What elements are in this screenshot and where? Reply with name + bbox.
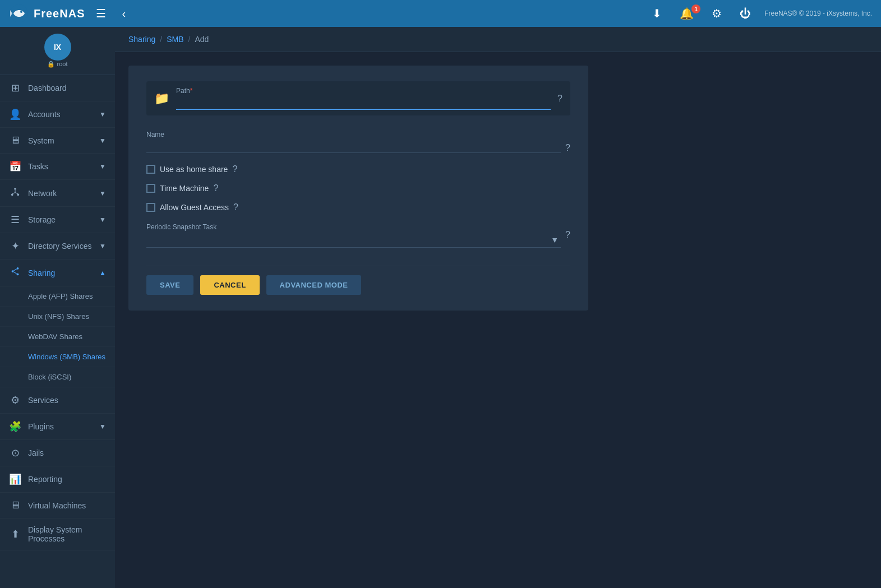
snapshot-help-icon[interactable]: ? — [565, 230, 570, 240]
name-field-wrap: Name — [146, 129, 561, 153]
sidebar-item-jails[interactable]: ⊙ Jails — [0, 440, 115, 466]
sidebar-item-sharing[interactable]: Sharing ▲ — [0, 260, 115, 286]
vm-icon: 🖥 — [9, 499, 21, 511]
logo-area: FreeNAS — [9, 3, 85, 24]
notification-bell[interactable]: 🔔 1 — [675, 7, 698, 20]
sidebar-item-directory-services[interactable]: ✦ Directory Services ▼ — [0, 233, 115, 260]
menu-icon[interactable]: ☰ — [91, 4, 110, 22]
sidebar-sub-item-webdav[interactable]: WebDAV Shares — [0, 327, 115, 347]
chevron-down-icon: ▼ — [99, 137, 106, 145]
advanced-mode-button[interactable]: ADVANCED MODE — [266, 275, 362, 295]
time-machine-row: Time Machine ? — [146, 183, 570, 193]
periodic-snapshot-row: Periodic Snapshot Task ▼ ? — [146, 221, 570, 248]
download-icon[interactable]: ⬇ — [648, 4, 666, 22]
svg-line-6 — [12, 193, 15, 194]
svg-point-3 — [11, 193, 13, 196]
chevron-down-icon: ▼ — [99, 216, 106, 224]
sidebar-user-area: IX 🔒 root — [0, 27, 115, 75]
sidebar-item-label: Storage — [28, 215, 93, 224]
sidebar-item-label: Tasks — [28, 162, 93, 171]
sidebar-item-label: Display System Processes — [28, 525, 106, 543]
sidebar-item-label: Accounts — [28, 110, 93, 119]
sidebar-sub-item-apple-afp[interactable]: Apple (AFP) Shares — [0, 286, 115, 307]
sidebar-item-storage[interactable]: ☰ Storage ▼ — [0, 207, 115, 233]
path-label: Path* — [176, 87, 551, 95]
sidebar-item-tasks[interactable]: 📅 Tasks ▼ — [0, 154, 115, 180]
sidebar-sub-label: Windows (SMB) Shares — [28, 353, 105, 361]
sidebar: IX 🔒 root ⊞ Dashboard 👤 Accounts ▼ 🖥 Sys… — [0, 27, 115, 588]
use-as-home-share-help-icon[interactable]: ? — [232, 164, 237, 174]
allow-guest-access-checkbox[interactable] — [146, 203, 155, 212]
path-row: 📁 Path* ? — [146, 81, 570, 115]
breadcrumb-add: Add — [195, 35, 209, 44]
system-icon: 🖥 — [9, 135, 21, 146]
plugins-icon: 🧩 — [9, 420, 21, 433]
svg-line-12 — [13, 272, 16, 274]
sidebar-item-system[interactable]: 🖥 System ▼ — [0, 128, 115, 154]
sidebar-item-label: Jails — [28, 448, 106, 457]
time-machine-help-icon[interactable]: ? — [213, 183, 218, 193]
dashboard-icon: ⊞ — [9, 82, 21, 94]
sidebar-item-display-system-processes[interactable]: ⬆ Display System Processes — [0, 518, 115, 550]
sidebar-item-plugins[interactable]: 🧩 Plugins ▼ — [0, 414, 115, 440]
notification-count: 1 — [691, 4, 700, 13]
sidebar-item-network[interactable]: Network ▼ — [0, 180, 115, 207]
path-field-wrap: Path* — [176, 87, 551, 110]
folder-icon: 📁 — [154, 91, 169, 106]
snapshot-select-wrap: ▼ — [146, 232, 561, 248]
allow-guest-access-help-icon[interactable]: ? — [233, 202, 238, 212]
svg-line-7 — [15, 193, 18, 194]
settings-icon[interactable]: ⚙ — [707, 4, 726, 22]
services-icon: ⚙ — [9, 394, 21, 406]
use-as-home-share-checkbox[interactable] — [146, 165, 155, 174]
name-input[interactable] — [146, 139, 561, 153]
breadcrumb-smb[interactable]: SMB — [167, 35, 183, 44]
sidebar-sub-item-unix-nfs[interactable]: Unix (NFS) Shares — [0, 307, 115, 327]
sharing-icon — [9, 266, 21, 279]
sidebar-item-dashboard[interactable]: ⊞ Dashboard — [0, 75, 115, 101]
chevron-down-icon: ▼ — [99, 163, 106, 170]
user-lock-indicator: 🔒 root — [44, 61, 71, 68]
sidebar-item-label: Services — [28, 396, 106, 405]
sidebar-item-services[interactable]: ⚙ Services — [0, 387, 115, 414]
periodic-snapshot-select[interactable] — [146, 232, 561, 248]
cancel-button[interactable]: CANCEL — [200, 275, 259, 295]
chevron-up-icon: ▲ — [99, 269, 106, 277]
use-as-home-share-label: Use as home share — [160, 165, 228, 174]
sidebar-sub-item-windows-smb[interactable]: Windows (SMB) Shares — [0, 347, 115, 367]
path-help-icon[interactable]: ? — [557, 94, 562, 104]
sidebar-item-accounts[interactable]: 👤 Accounts ▼ — [0, 101, 115, 128]
chevron-down-icon: ▼ — [99, 189, 106, 197]
sidebar-item-virtual-machines[interactable]: 🖥 Virtual Machines — [0, 493, 115, 518]
svg-point-1 — [20, 11, 22, 13]
sidebar-sub-item-block-iscsi[interactable]: Block (iSCSI) — [0, 367, 115, 387]
logo-text: FreeNAS — [34, 7, 85, 20]
power-icon[interactable]: ⏻ — [735, 5, 755, 22]
save-button[interactable]: SAVE — [146, 275, 193, 295]
name-help-icon[interactable]: ? — [565, 143, 570, 153]
avatar: IX — [44, 34, 71, 61]
sidebar-item-label: System — [28, 136, 93, 145]
reporting-icon: 📊 — [9, 473, 21, 485]
sidebar-item-label: Sharing — [28, 268, 93, 277]
button-row: SAVE CANCEL ADVANCED MODE — [146, 266, 570, 295]
svg-point-4 — [17, 193, 19, 196]
breadcrumb-sep-1: / — [160, 35, 162, 44]
svg-point-10 — [17, 273, 19, 275]
body-layout: IX 🔒 root ⊞ Dashboard 👤 Accounts ▼ 🖥 Sys… — [0, 27, 881, 588]
snapshot-label: Periodic Snapshot Task — [146, 223, 216, 231]
path-input[interactable] — [176, 96, 551, 110]
sidebar-item-label: Directory Services — [28, 242, 93, 251]
time-machine-checkbox[interactable] — [146, 184, 155, 193]
topbar-right: ⬇ 🔔 1 ⚙ ⏻ FreeNAS® © 2019 - iXsystems, I… — [648, 4, 872, 22]
processes-icon: ⬆ — [9, 528, 21, 540]
allow-guest-access-row: Allow Guest Access ? — [146, 202, 570, 212]
back-icon[interactable]: ‹ — [117, 5, 130, 22]
breadcrumb-sharing[interactable]: Sharing — [128, 35, 155, 44]
sidebar-item-label: Network — [28, 189, 93, 198]
chevron-down-icon: ▼ — [99, 242, 106, 250]
form-card: 📁 Path* ? Name — [128, 66, 588, 311]
svg-point-2 — [14, 188, 16, 190]
sidebar-item-reporting[interactable]: 📊 Reporting — [0, 466, 115, 493]
time-machine-label: Time Machine — [160, 184, 209, 193]
